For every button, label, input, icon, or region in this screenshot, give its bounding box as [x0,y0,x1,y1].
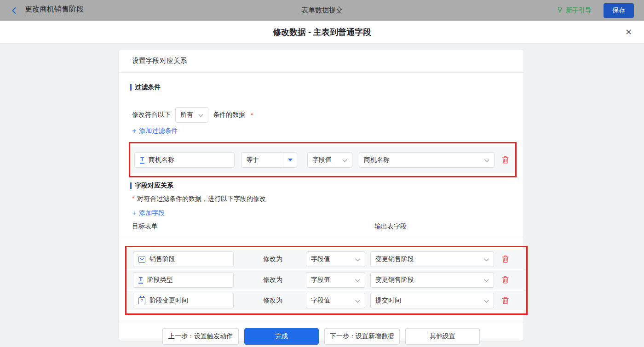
chevron-down-icon [355,276,360,284]
target-field-input[interactable]: 销售阶段 [133,251,234,267]
mapping-description: 对符合过滤条件的数据，进行以下字段的修改 [137,195,266,203]
save-button[interactable]: 保存 [604,3,634,18]
delete-filter-row-icon[interactable] [501,155,510,165]
chevron-down-icon [355,297,360,304]
done-button[interactable]: 完成 [244,328,319,345]
condition-logic-select[interactable]: 所有 [175,107,208,123]
lightbulb-icon [556,6,564,15]
add-filter-condition-label: 添加过滤条件 [139,127,178,135]
delete-mapping-row-icon[interactable] [501,275,510,284]
condition-logic-value: 所有 [180,111,193,119]
plus-icon: + [132,127,136,135]
mapping-column-headers: 目标表单 输出表字段 [119,222,523,237]
workflow-title[interactable]: 更改商机销售阶段 [25,5,84,16]
filter-field-input[interactable]: T 商机名称 [134,152,235,168]
beginner-guide-label: 新手引导 [566,6,592,15]
prev-step-button[interactable]: 上一步：设置触发动作 [162,328,239,345]
card-header: 设置字段对应关系 [119,50,523,73]
target-field-value: 销售阶段 [150,255,175,263]
value-type-select[interactable]: 字段值 [306,272,365,288]
required-asterisk: * [251,112,253,119]
target-field-value: 阶段变更时间 [150,296,188,305]
mapping-section-title: 字段对应关系 [130,181,523,190]
section-accent-bar [130,182,132,189]
delete-mapping-row-icon[interactable] [501,296,510,305]
chevron-down-icon [355,256,360,263]
field-mapping-card: 设置字段对应关系 过滤条件 修改符合以下 所有 条件的数据 * + 添加过滤条件 [119,50,523,341]
topbar-left: 更改商机销售阶段 [10,5,84,16]
filter-section-label: 过滤条件 [135,83,161,91]
beginner-guide-button[interactable]: 新手引导 [556,6,592,15]
mapping-row: 7 阶段变更时间 修改为 字段值 提交时间 [126,291,526,310]
text-field-icon: T [140,156,144,164]
annotation-box-mapping: 销售阶段 修改为 字段值 变更销售阶段 [125,246,528,315]
output-field-select[interactable]: 变更销售阶段 [370,272,494,288]
value-type-value: 字段值 [312,156,332,164]
mapping-section-label: 字段对应关系 [135,182,173,190]
output-field-value: 变更销售阶段 [375,276,414,284]
modal-header: 修改数据 - 主表到普通字段 ✕ [0,21,644,44]
modify-to-label: 修改为 [263,296,282,305]
chevron-down-icon [342,156,347,164]
operator-dropdown-arrow[interactable] [283,153,297,167]
filter-condition-row: T 商机名称 等于 字段值 商机名称 [130,147,515,173]
operator-select[interactable]: 等于 [241,152,297,168]
close-icon[interactable]: ✕ [625,27,632,37]
other-settings-button[interactable]: 其他设置 [405,328,480,345]
output-field-value: 提交时间 [375,296,401,305]
topbar-right: 新手引导 保存 [556,3,634,18]
value-type-value: 字段值 [311,276,330,284]
chevron-down-icon [198,111,203,119]
modal-body: 设置字段对应关系 过滤条件 修改符合以下 所有 条件的数据 * + 添加过滤条件 [0,44,644,347]
annotation-box-filter: T 商机名称 等于 字段值 商机名称 [129,142,517,177]
value-type-value: 字段值 [311,255,330,263]
plus-icon: + [132,210,136,217]
page-title: 表单数据提交 [0,6,644,15]
chevron-down-icon [484,156,489,164]
output-field-value: 变更销售阶段 [375,255,414,263]
date-field-icon: 7 [138,297,145,304]
mapping-description-row: * 对符合过滤条件的数据，进行以下字段的修改 [132,195,523,204]
filter-section-title: 过滤条件 [130,83,523,92]
add-filter-condition-link[interactable]: + 添加过滤条件 [132,126,523,136]
next-step-button[interactable]: 下一步：设置新增数据 [324,328,400,345]
modify-to-label: 修改为 [263,276,282,284]
value-type-select[interactable]: 字段值 [306,251,365,267]
condition-row: 修改符合以下 所有 条件的数据 * [132,108,523,122]
target-field-input[interactable]: T 阶段类型 [133,272,234,288]
target-field-input[interactable]: 7 阶段变更时间 [133,293,234,308]
back-icon[interactable] [10,6,18,15]
value-type-value: 字段值 [311,296,330,305]
section-accent-bar [130,84,132,91]
output-field-select[interactable]: 提交时间 [370,293,494,308]
footer: 上一步：设置触发动作 完成 下一步：设置新增数据 其他设置 [119,323,523,345]
column-header-target: 目标表单 [132,222,158,231]
topbar: 更改商机销售阶段 表单数据提交 新手引导 保存 [0,0,644,21]
condition-suffix: 条件的数据 [213,111,245,119]
filter-value-select[interactable]: 商机名称 [359,152,494,168]
chevron-down-icon [484,256,489,263]
chevron-down-icon [484,297,489,304]
filter-field-value: 商机名称 [149,156,174,164]
add-field-label: 添加字段 [139,209,165,217]
target-field-value: 阶段类型 [147,276,173,284]
required-asterisk: * [132,195,134,202]
output-field-select[interactable]: 变更销售阶段 [370,251,494,267]
select-field-icon [138,256,145,263]
chevron-down-icon [484,276,489,284]
value-type-select[interactable]: 字段值 [307,152,352,168]
modify-to-label: 修改为 [263,255,282,263]
modal-title: 修改数据 - 主表到普通字段 [273,27,371,38]
mapping-row: T 阶段类型 修改为 字段值 变更销售阶段 [126,270,526,290]
column-header-output: 输出表字段 [374,222,407,231]
triangle-down-icon [288,159,293,161]
delete-mapping-row-icon[interactable] [501,255,510,264]
operator-value: 等于 [242,153,283,167]
condition-prefix: 修改符合以下 [132,111,171,119]
add-field-link[interactable]: + 添加字段 [132,209,523,218]
text-field-icon: T [138,276,143,284]
filter-value-value: 商机名称 [364,156,390,164]
mapping-row: 销售阶段 修改为 字段值 变更销售阶段 [126,250,526,269]
value-type-select[interactable]: 字段值 [306,293,365,308]
